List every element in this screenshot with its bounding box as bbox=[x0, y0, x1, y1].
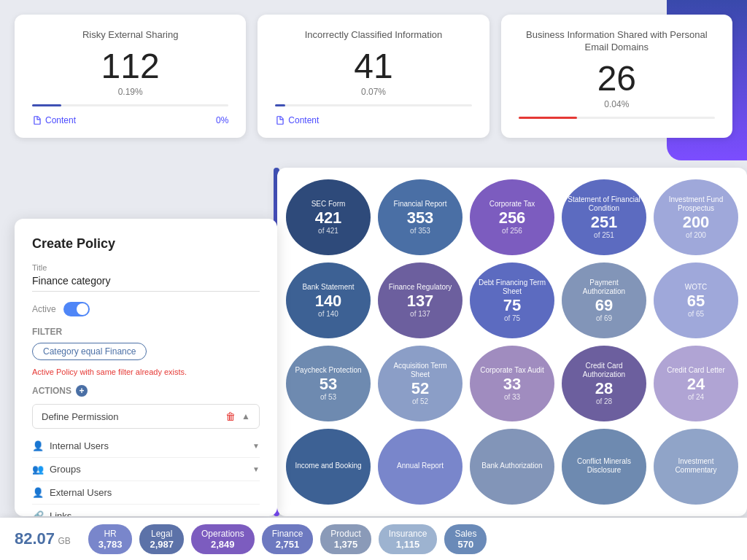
filter-label: FILTER bbox=[32, 327, 260, 337]
internal-users-label: Internal Users bbox=[50, 440, 109, 451]
permission-label: Define Permission bbox=[42, 411, 119, 422]
bubble-19[interactable]: Investment Commentary bbox=[654, 429, 738, 505]
bubble-13[interactable]: Credit Card Authorization 28 of 28 bbox=[562, 346, 646, 421]
bubble-panel: SEC Form 421 of 421 Financial Report 353… bbox=[277, 168, 747, 516]
pill-number-2: 2,849 bbox=[201, 539, 244, 550]
bubble-number-3: 251 bbox=[591, 214, 618, 230]
bubble-sub-4: of 200 bbox=[686, 231, 706, 239]
card-footer-mis[interactable]: Content bbox=[275, 115, 471, 125]
card-title-email: Business Information Shared with Persona… bbox=[519, 29, 715, 54]
actions-label: ACTIONS + bbox=[32, 385, 260, 397]
bubble-10[interactable]: Paycheck Protection 53 of 53 bbox=[286, 346, 371, 421]
user-row-groups[interactable]: 👥 Groups ▼ bbox=[32, 458, 260, 481]
chevron-down-icon-internal: ▼ bbox=[252, 442, 260, 450]
card-percent-email: 0.04% bbox=[519, 99, 715, 109]
external-users-label: External Users bbox=[50, 487, 112, 498]
bubble-label-18: Conflict Minerals Disclosure bbox=[568, 457, 640, 475]
bubble-4[interactable]: Investment Fund Prospectus 200 of 200 bbox=[654, 179, 738, 255]
bubble-15[interactable]: Income and Booking bbox=[286, 429, 371, 505]
user-row-internal[interactable]: 👤 Internal Users ▼ bbox=[32, 435, 260, 458]
card-number-mis: 41 bbox=[275, 49, 471, 84]
bubble-sub-14: of 24 bbox=[688, 393, 704, 401]
bubble-16[interactable]: Annual Report bbox=[378, 429, 462, 505]
bubble-label-1: Financial Report bbox=[394, 200, 447, 209]
card-footer-risky[interactable]: Content 0% bbox=[32, 115, 228, 125]
bubble-label-7: Debt Financing Term Sheet bbox=[476, 279, 549, 296]
user-row-links[interactable]: 🔗 Links bbox=[32, 505, 260, 516]
bubble-sub-8: of 69 bbox=[596, 314, 612, 322]
storage-size: 82.07 bbox=[15, 529, 55, 548]
bubble-label-4: Investment Fund Prospectus bbox=[659, 195, 732, 213]
filter-tag[interactable]: Category equal Finance bbox=[32, 343, 147, 360]
bubble-sub-5: of 140 bbox=[318, 310, 338, 318]
bottom-pill-legal[interactable]: Legal 2,987 bbox=[139, 524, 184, 554]
bubble-0[interactable]: SEC Form 421 of 421 bbox=[286, 179, 371, 255]
bubble-number-13: 28 bbox=[595, 381, 613, 397]
bubble-label-13: Credit Card Authorization bbox=[568, 362, 640, 379]
pill-label-4: Product bbox=[330, 529, 360, 539]
bubble-9[interactable]: WOTC 65 of 65 bbox=[654, 262, 738, 338]
bubble-label-19: Investment Commentary bbox=[659, 457, 732, 475]
bottom-pill-insurance[interactable]: Insurance 1,115 bbox=[379, 524, 438, 554]
card-number-email: 26 bbox=[519, 61, 715, 96]
bottom-pill-product[interactable]: Product 1,375 bbox=[320, 524, 371, 554]
pill-label-3: Finance bbox=[272, 529, 303, 539]
bubble-number-10: 53 bbox=[320, 376, 337, 392]
card-number-risky: 112 bbox=[32, 49, 228, 84]
title-field-label: Title bbox=[32, 263, 260, 272]
pill-number-0: 3,783 bbox=[98, 539, 123, 550]
bubble-sub-7: of 75 bbox=[504, 314, 520, 322]
bubble-5[interactable]: Bank Statement 140 of 140 bbox=[286, 262, 371, 338]
permission-select[interactable]: Define Permission 🗑 ▲ bbox=[32, 404, 260, 429]
bubble-11[interactable]: Acquisition Term Sheet 52 of 52 bbox=[378, 346, 462, 421]
bubble-sub-1: of 353 bbox=[410, 227, 430, 235]
bubble-14[interactable]: Credit Card Letter 24 of 24 bbox=[654, 346, 738, 421]
pill-label-0: HR bbox=[104, 529, 116, 539]
trash-icon[interactable]: 🗑 bbox=[225, 411, 236, 422]
title-field-group: Title Finance category bbox=[32, 263, 260, 292]
bubble-18[interactable]: Conflict Minerals Disclosure bbox=[562, 429, 646, 505]
bottom-pill-operations[interactable]: Operations 2,849 bbox=[191, 524, 255, 554]
bubble-12[interactable]: Corporate Tax Audit 33 of 33 bbox=[470, 346, 554, 421]
pill-label-5: Insurance bbox=[389, 529, 427, 539]
bubble-1[interactable]: Financial Report 353 of 353 bbox=[378, 179, 462, 255]
bubble-3[interactable]: Statement of Financial Condition 251 of … bbox=[562, 179, 646, 255]
bubble-number-9: 65 bbox=[687, 293, 705, 309]
title-field-value[interactable]: Finance category bbox=[32, 275, 260, 292]
bottom-pill-finance[interactable]: Finance 2,751 bbox=[262, 524, 314, 554]
pill-number-5: 1,115 bbox=[389, 539, 427, 550]
storage-unit: GB bbox=[58, 536, 71, 546]
external-user-icon: 👤 bbox=[32, 487, 44, 498]
bottom-pills-container: HR 3,783 Legal 2,987 Operations 2,849 Fi… bbox=[88, 524, 487, 554]
bubble-number-4: 200 bbox=[683, 214, 710, 230]
bubble-label-5: Bank Statement bbox=[302, 283, 354, 292]
bubble-17[interactable]: Bank Authorization bbox=[470, 429, 554, 505]
bubble-number-8: 69 bbox=[595, 298, 613, 314]
bubble-sub-12: of 33 bbox=[504, 393, 520, 401]
bubble-number-12: 33 bbox=[503, 376, 521, 392]
add-action-button[interactable]: + bbox=[76, 385, 88, 397]
stat-card-risky-sharing: Risky External Sharing 112 0.19% Content… bbox=[15, 15, 246, 138]
progress-bg-risky bbox=[32, 104, 228, 106]
bubble-7[interactable]: Debt Financing Term Sheet 75 of 75 bbox=[470, 262, 554, 338]
bubble-label-9: WOTC bbox=[685, 283, 708, 292]
group-icon: 👥 bbox=[32, 464, 44, 475]
bubble-8[interactable]: Payment Authorization 69 of 69 bbox=[562, 262, 646, 338]
content-icon bbox=[32, 115, 42, 125]
user-row-external[interactable]: 👤 External Users bbox=[32, 481, 260, 505]
progress-fill-mis bbox=[275, 104, 285, 106]
active-toggle[interactable] bbox=[63, 302, 90, 316]
bubble-2[interactable]: Corporate Tax 256 of 256 bbox=[470, 179, 554, 255]
footer-label-mis: Content bbox=[275, 115, 319, 125]
bubble-sub-6: of 137 bbox=[410, 310, 430, 318]
bubble-label-14: Credit Card Letter bbox=[667, 366, 724, 375]
bubble-label-8: Payment Authorization bbox=[568, 279, 640, 296]
bubble-label-6: Finance Regulatory bbox=[389, 283, 452, 292]
active-toggle-row: Active bbox=[32, 302, 260, 316]
bottom-pill-sales[interactable]: Sales 570 bbox=[444, 524, 487, 554]
bubble-6[interactable]: Finance Regulatory 137 of 137 bbox=[378, 262, 462, 338]
chevron-down-icon-groups: ▼ bbox=[252, 465, 260, 473]
pill-label-1: Legal bbox=[151, 529, 172, 539]
bubble-number-2: 256 bbox=[499, 210, 526, 226]
bottom-pill-hr[interactable]: HR 3,783 bbox=[88, 524, 133, 554]
